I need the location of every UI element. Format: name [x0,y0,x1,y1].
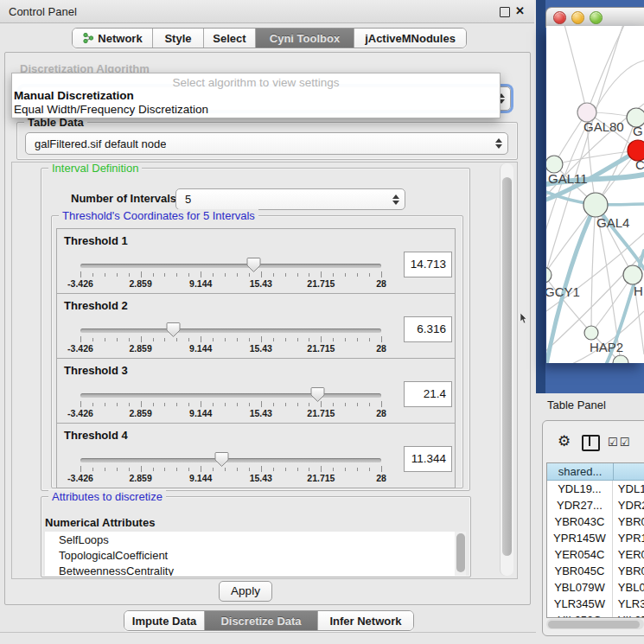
table-cell[interactable]: YBR043C [613,513,644,530]
scrollbar-thumb[interactable] [456,533,465,572]
attribute-item[interactable]: TopologicalCoefficient [45,548,466,563]
threshold-value-box[interactable]: 11.344 [404,446,452,472]
slider-track[interactable] [80,328,381,333]
table-cell[interactable]: YBR043C [547,513,613,530]
slider-track[interactable] [80,458,381,462]
thresholds-group: Threshold's Coordinates for 5 Intervals … [51,215,463,488]
table-cell[interactable]: YDL19... [613,481,644,497]
network-node-label: GAL4 [596,215,629,230]
table-row[interactable]: YLR345WYLR345W [547,596,644,612]
slider-tick-labels: -3.4262.8599.14415.4321.71528 [57,278,403,289]
threshold-value-box[interactable]: 6.316 [404,316,452,342]
slider-thumb-icon[interactable] [246,257,261,273]
table-row[interactable]: YDR27...YDR27... [547,497,644,513]
scrollbar-thumb[interactable] [502,177,512,556]
slider-thumb-icon[interactable] [310,386,325,403]
tab-impute-data[interactable]: Impute Data [124,611,205,630]
cyni-toolbox-panel: Discretization Algorithm Table Data galF… [4,52,531,605]
tab-discretize-data[interactable]: Discretize Data [205,611,318,630]
popup-option-manual-discretization[interactable]: Manual Discretization [14,89,134,102]
table-rows: YDL19...YDL19...YDR27...YDR27...YBR043CY… [547,481,644,618]
table-row[interactable]: YPR145WYPR145W [547,530,644,546]
numerical-attributes-list[interactable]: SelfLoopsTopologicalCoefficientBetweenne… [45,532,466,576]
number-of-intervals-combobox[interactable]: 5 [175,188,405,210]
table-cell[interactable]: YPR145W [547,530,613,546]
table-cell[interactable]: YIL052C [547,612,613,618]
network-node[interactable] [546,156,563,173]
slider-ticks [57,335,403,343]
tab-infer-network[interactable]: Infer Network [318,611,413,630]
slider-ticks [57,465,403,473]
mac-close-button[interactable] [553,11,566,24]
mac-zoom-button[interactable] [590,11,603,24]
table-cell[interactable]: YER054C [547,546,613,563]
table-cell[interactable]: YDR27... [613,497,644,513]
apply-button[interactable]: Apply [219,581,272,602]
attribute-item[interactable]: BetweennessCentrality [45,564,466,576]
table-cell[interactable]: YBR045C [613,563,644,579]
table-cell[interactable]: YDL19... [547,481,613,497]
slider-track[interactable] [80,393,381,398]
network-node-label: C [635,157,644,172]
table-cell[interactable]: YBL079W [613,579,644,596]
popup-option-equal-width-frequency[interactable]: Equal Width/Frequency Discretization [14,103,208,116]
threshold-value-box[interactable]: 21.4 [404,381,452,407]
table-row[interactable]: YER054CYER054C [547,546,644,563]
attribute-item[interactable]: SelfLoops [45,532,466,547]
table-row[interactable]: YBR045CYBR045C [547,563,644,579]
column-header-shared-name[interactable]: shared... [547,463,614,481]
tab-cyni-toolbox[interactable]: Cyni Toolbox [256,29,354,48]
network-window-titlebar[interactable] [545,7,644,28]
float-window-icon[interactable] [500,7,510,17]
threshold-value-box[interactable]: 14.713 [404,252,452,277]
checkbox-icons[interactable]: ☑☑ [608,436,631,449]
scrollbar-thumb[interactable] [548,621,640,628]
table-cell[interactable]: YBL079W [547,579,613,596]
network-canvas[interactable]: GAL80GCGAL11GAL4GCY1HHAP2 [546,26,644,363]
table-cell[interactable]: YLR345W [613,596,644,612]
table-data-combobox[interactable]: galFiltered.sif default node [25,132,508,155]
tab-jactivemnodules[interactable]: jActiveMNodules [354,29,466,48]
threshold-slider[interactable]: -3.4262.8599.14415.4321.71528 [57,383,403,423]
network-window-frame-edge [536,0,545,393]
threshold-slider[interactable]: -3.4262.8599.14415.4321.71528 [57,318,403,358]
popup-placeholder: Select algorithm to view settings [12,76,500,89]
slider-thumb-icon[interactable] [214,451,229,468]
panel-scrollbar[interactable] [500,163,513,576]
table-horizontal-scrollbar[interactable] [546,619,644,629]
table-row[interactable]: YBR043CYBR043C [547,513,644,530]
table-cell[interactable]: YIL052C [613,612,644,618]
threshold-block: Threshold 4 -3.4262.8599.14415.4321.7152… [56,423,456,488]
table-cell[interactable]: YBR045C [547,563,613,579]
table-cell[interactable]: YER054C [613,546,644,563]
gear-icon[interactable]: ⚙ [558,433,571,450]
network-node[interactable] [584,326,598,340]
tab-network[interactable]: Network [73,29,153,48]
node-attribute-table[interactable]: shared... name YDL19...YDL19...YDR27...Y… [546,462,644,618]
table-row[interactable]: YDL19...YDL19... [547,481,644,497]
slider-track[interactable] [80,264,381,268]
threshold-slider[interactable]: -3.4262.8599.14415.4321.71528 [57,253,403,293]
table-cell[interactable]: YPR145W [613,530,644,546]
network-node[interactable] [613,355,628,363]
threshold-slider[interactable]: -3.4262.8599.14415.4321.71528 [57,448,403,488]
network-node[interactable] [623,265,642,284]
tab-select[interactable]: Select [204,29,256,48]
network-node[interactable] [583,193,608,217]
column-header-name[interactable]: name [614,463,644,481]
slider-tick-labels: -3.4262.8599.14415.4321.71528 [57,473,403,483]
table-cell[interactable]: YLR345W [547,596,613,612]
table-row[interactable]: YBL079WYBL079W [547,579,644,596]
network-node[interactable] [546,267,552,283]
combo-arrows-icon [392,194,399,205]
threshold-label: Threshold 4 [64,429,128,442]
table-cell[interactable]: YDR27... [547,497,613,513]
slider-thumb-icon[interactable] [166,322,181,338]
tab-style[interactable]: Style [153,29,204,48]
mac-minimize-button[interactable] [571,11,584,24]
mouse-cursor [520,313,527,324]
close-icon[interactable]: ✕ [515,4,525,17]
table-row[interactable]: YIL052CYIL052C [547,612,644,618]
attributes-scrollbar[interactable] [455,532,466,576]
column-split-icon[interactable] [582,435,600,451]
